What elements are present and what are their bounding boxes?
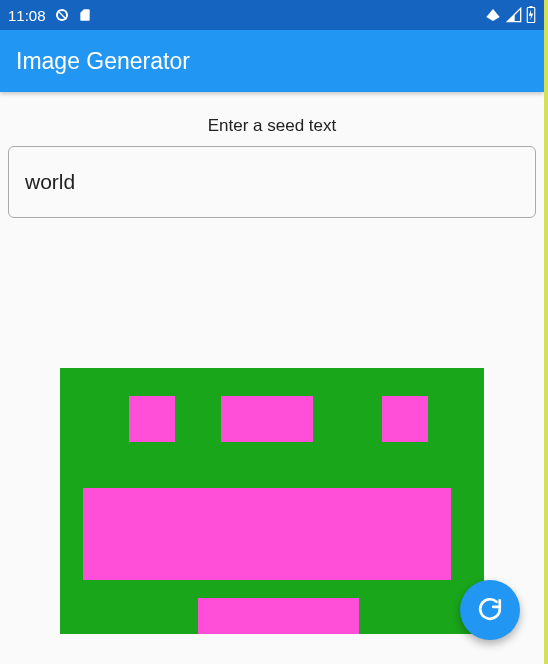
signal-icon [506,7,522,23]
generated-image [60,368,484,634]
status-bar: 11:08 [0,0,544,30]
svg-rect-4 [530,6,533,8]
content-area: Enter a seed text [0,92,544,634]
sd-card-icon [78,7,92,23]
status-time: 11:08 [8,7,46,24]
app-bar: Image Generator [0,30,544,92]
wifi-icon [484,7,502,23]
seed-label: Enter a seed text [4,116,540,136]
app-title: Image Generator [16,48,190,75]
battery-charging-icon [526,6,536,24]
generated-image-area [4,368,540,634]
refresh-icon [477,596,503,625]
no-sign-icon [54,7,70,23]
refresh-button[interactable] [460,580,520,640]
seed-input[interactable] [8,146,536,218]
